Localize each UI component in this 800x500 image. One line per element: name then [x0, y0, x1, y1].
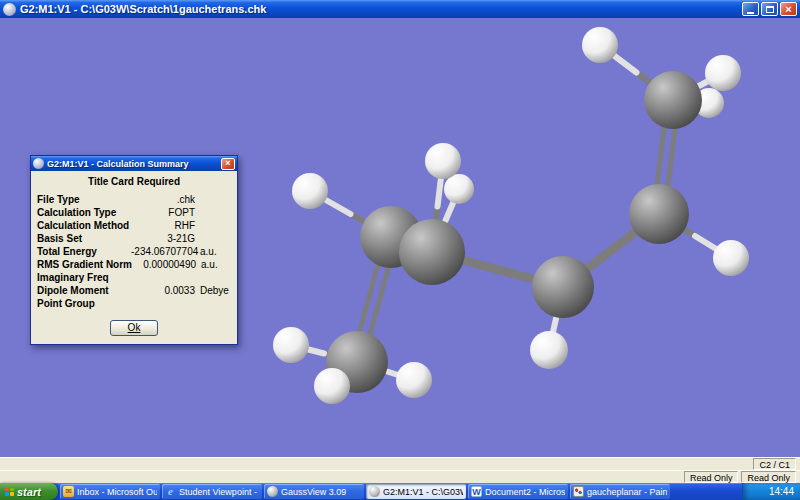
start-button-label: start: [17, 486, 41, 498]
gaussview-window: G2:M1:V1 - C:\G03W\Scratch\1gauchetrans.…: [0, 0, 800, 500]
start-button[interactable]: start: [0, 483, 58, 500]
summary-row: Basis Set 3-21G: [37, 232, 231, 245]
row-unit: a.u.: [196, 259, 232, 270]
summary-row: Imaginary Freq: [37, 271, 231, 284]
atom-hydrogen[interactable]: [273, 327, 309, 363]
dialog-close-button[interactable]: ×: [221, 158, 235, 170]
window-titlebar[interactable]: G2:M1:V1 - C:\G03W\Scratch\1gauchetrans.…: [0, 0, 800, 18]
atom-hydrogen[interactable]: [530, 331, 568, 369]
outlook-icon: ✉: [63, 486, 74, 497]
taskbar-item-label: Inbox - Microsoft Out...: [77, 487, 157, 497]
summary-row: RMS Gradient Norm 0.00000490 a.u.: [37, 258, 231, 271]
gaussview-window-icon: [3, 3, 16, 16]
status-bar-top: C2 / C1: [0, 457, 800, 470]
close-icon: ×: [785, 4, 791, 15]
taskbar-clock: 14:44: [769, 486, 794, 497]
row-label: File Type: [37, 194, 131, 205]
row-label: Imaginary Freq: [37, 272, 131, 283]
atom-hydrogen[interactable]: [705, 55, 741, 91]
summary-row: Point Group: [37, 297, 231, 310]
taskbar-item-label: gaucheplanar - Paint: [587, 487, 667, 497]
row-label: Calculation Method: [37, 220, 131, 231]
row-label: Dipole Moment: [37, 285, 131, 296]
taskbar-item-label: Student Viewpoint - ...: [179, 487, 259, 497]
gaussview-icon: [267, 486, 278, 497]
row-label: Total Energy: [37, 246, 131, 257]
row-value: FOPT: [131, 207, 195, 218]
taskbar-item-outlook[interactable]: ✉ Inbox - Microsoft Out...: [60, 484, 160, 499]
window-controls: ×: [742, 2, 797, 16]
taskbar-item-gaussview[interactable]: GaussView 3.09: [264, 484, 364, 499]
paint-icon: [573, 486, 584, 497]
maximize-icon: [766, 6, 774, 13]
taskbar-item-student-viewpoint[interactable]: e Student Viewpoint - ...: [162, 484, 262, 499]
atom-hydrogen[interactable]: [292, 173, 328, 209]
atom-hydrogen[interactable]: [713, 240, 749, 276]
row-label: Calculation Type: [37, 207, 131, 218]
atom-hydrogen[interactable]: [396, 362, 432, 398]
summary-row: Total Energy -234.06707704 a.u.: [37, 245, 231, 258]
row-unit: a.u.: [195, 246, 231, 257]
dialog-icon: [33, 158, 44, 169]
status-bar-bottom: Read Only Read Only: [0, 470, 800, 483]
row-value: 0.00000490: [132, 259, 196, 270]
summary-row: File Type .chk: [37, 193, 231, 206]
minimize-icon: [747, 12, 754, 14]
row-unit: Debye: [195, 285, 231, 296]
dialog-titlebar[interactable]: G2:M1:V1 - Calculation Summary ×: [31, 156, 237, 171]
calculation-summary-dialog: G2:M1:V1 - Calculation Summary × Title C…: [30, 155, 238, 345]
gaussview-icon: [369, 486, 380, 497]
taskbar-item-label: GaussView 3.09: [281, 487, 346, 497]
summary-row: Dipole Moment 0.0033 Debye: [37, 284, 231, 297]
read-only-status-2: Read Only: [741, 471, 796, 483]
atom-hydrogen[interactable]: [314, 368, 350, 404]
summary-row: Calculation Method RHF: [37, 219, 231, 232]
row-value: 3-21G: [131, 233, 195, 244]
atom-hydrogen[interactable]: [582, 27, 618, 63]
atom-carbon[interactable]: [399, 219, 465, 285]
taskbar-items: ✉ Inbox - Microsoft Out... e Student Vie…: [58, 483, 742, 500]
minimize-button[interactable]: [742, 2, 759, 16]
summary-row: Calculation Type FOPT: [37, 206, 231, 219]
maximize-button[interactable]: [761, 2, 778, 16]
ok-button[interactable]: Ok: [110, 320, 158, 336]
system-tray[interactable]: 14:44: [742, 483, 800, 500]
symmetry-status: C2 / C1: [753, 458, 796, 470]
row-label: RMS Gradient Norm: [37, 259, 132, 270]
atom-carbon[interactable]: [532, 256, 594, 318]
window-title: G2:M1:V1 - C:\G03W\Scratch\1gauchetrans.…: [20, 3, 738, 15]
row-value: .chk: [131, 194, 195, 205]
read-only-status-1: Read Only: [684, 471, 739, 483]
taskbar-item-paint[interactable]: gaucheplanar - Paint: [570, 484, 670, 499]
row-label: Point Group: [37, 298, 131, 309]
atom-hydrogen[interactable]: [425, 143, 461, 179]
taskbar-item-label: G2:M1:V1 - C:\G03W...: [383, 487, 463, 497]
atom-carbon[interactable]: [629, 184, 689, 244]
atom-carbon[interactable]: [644, 71, 702, 129]
close-button[interactable]: ×: [780, 2, 797, 16]
row-value: 0.0033: [131, 285, 195, 296]
dialog-footer: Ok: [37, 317, 231, 336]
row-value: -234.06707704: [131, 246, 195, 257]
dialog-body: Title Card Required File Type .chk Calcu…: [31, 171, 237, 344]
row-value: RHF: [131, 220, 195, 231]
row-label: Basis Set: [37, 233, 131, 244]
word-icon: W: [471, 486, 482, 497]
atom-hydrogen[interactable]: [444, 174, 474, 204]
dialog-title: G2:M1:V1 - Calculation Summary: [47, 159, 218, 169]
windows-logo-icon: [5, 488, 14, 496]
close-icon: ×: [225, 159, 230, 168]
taskbar-item-word[interactable]: W Document2 - Microsof...: [468, 484, 568, 499]
taskbar: start ✉ Inbox - Microsoft Out... e Stude…: [0, 483, 800, 500]
taskbar-item-gaussview-file[interactable]: G2:M1:V1 - C:\G03W...: [366, 484, 466, 499]
dialog-heading: Title Card Required: [37, 176, 231, 187]
internet-explorer-icon: e: [165, 486, 176, 497]
taskbar-item-label: Document2 - Microsof...: [485, 487, 565, 497]
